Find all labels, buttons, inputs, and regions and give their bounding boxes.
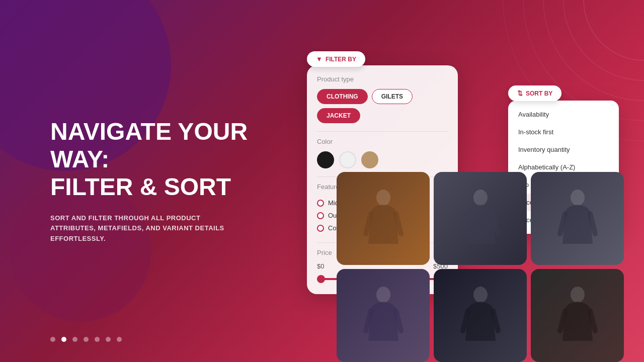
svg-point-0 (584, 0, 644, 60)
svg-point-10 (571, 287, 585, 303)
svg-point-1 (564, 0, 644, 80)
feature-dot-1 (317, 200, 324, 207)
divider-1 (317, 131, 448, 132)
product-card-0[interactable] (337, 172, 430, 265)
product-card-1[interactable] (434, 172, 527, 265)
product-grid (337, 172, 624, 362)
product-image-0 (337, 172, 430, 265)
dot-3[interactable] (72, 337, 77, 342)
main-heading: NAVIGATE YOUR WAY: FILTER & SORT (50, 118, 302, 201)
dot-5[interactable] (95, 337, 100, 342)
sub-text: SORT AND FILTER THROUGH ALL PRODUCT ATTR… (50, 213, 242, 244)
person-silhouette-2 (557, 189, 598, 249)
product-image-3 (337, 269, 430, 362)
sort-by-button[interactable]: ⇅ SORT BY (508, 85, 561, 101)
svg-point-6 (473, 190, 488, 206)
left-section: NAVIGATE YOUR WAY: FILTER & SORT SORT AN… (50, 118, 302, 244)
person-silhouette-1 (460, 189, 501, 249)
sort-item-inventory[interactable]: Inventory quantity (508, 141, 619, 158)
filter-icon: ▼ (316, 55, 323, 63)
dot-6[interactable] (106, 337, 111, 342)
svg-point-8 (376, 287, 390, 303)
range-thumb-left[interactable] (317, 275, 325, 283)
person-silhouette-5 (557, 286, 598, 346)
tag-row: CLOTHING GILETS JACKET (317, 89, 448, 123)
dot-2[interactable] (61, 337, 66, 342)
color-label: Color (317, 138, 448, 145)
sort-icon: ⇅ (517, 89, 523, 97)
feature-dot-2 (317, 212, 324, 219)
product-card-3[interactable] (337, 269, 430, 362)
dot-1[interactable] (50, 337, 55, 342)
swatch-gold[interactable] (361, 151, 378, 168)
color-section: Color (317, 138, 448, 168)
svg-point-5 (376, 190, 390, 206)
dot-4[interactable] (84, 337, 89, 342)
color-swatches (317, 151, 448, 168)
product-type-label: Product type (317, 75, 448, 83)
product-image-1 (434, 172, 527, 265)
product-card-5[interactable] (531, 269, 624, 362)
svg-point-7 (571, 190, 585, 206)
product-image-2 (531, 172, 624, 265)
tag-clothing[interactable]: CLOTHING (317, 89, 368, 104)
product-image-4 (434, 269, 527, 362)
dot-7[interactable] (117, 337, 122, 342)
product-card-2[interactable] (531, 172, 624, 265)
swatch-white[interactable] (339, 151, 356, 168)
person-silhouette-0 (363, 189, 404, 249)
sort-item-availability[interactable]: Availability (508, 106, 619, 123)
dots-row (50, 337, 122, 342)
svg-point-9 (473, 287, 488, 303)
tag-jacket[interactable]: JACKET (317, 108, 360, 123)
feature-dot-3 (317, 225, 324, 232)
person-silhouette-3 (363, 286, 404, 346)
product-image-5 (531, 269, 624, 362)
sort-item-in-stock[interactable]: In-stock first (508, 123, 619, 141)
tag-gilets[interactable]: GILETS (372, 89, 413, 104)
swatch-black[interactable] (317, 151, 334, 168)
product-card-4[interactable] (434, 269, 527, 362)
filter-by-button[interactable]: ▼ FILTER BY (307, 51, 365, 67)
person-silhouette-4 (460, 286, 501, 346)
price-min: $0 (317, 262, 324, 270)
